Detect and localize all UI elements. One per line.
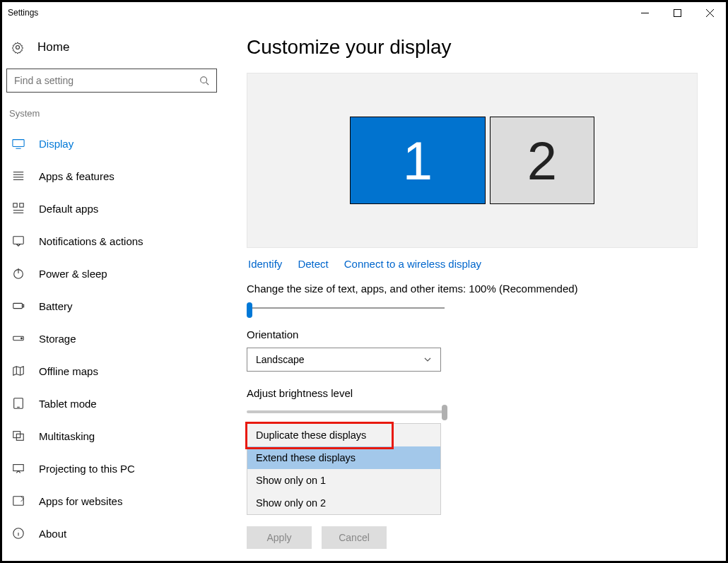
section-label: System — [6, 105, 217, 127]
svg-point-5 — [201, 77, 207, 83]
apps-features-icon — [12, 170, 25, 182]
md-option-only2[interactable]: Show only on 2 — [247, 492, 440, 514]
sidebar-item-label: Offline maps — [39, 365, 98, 377]
minimize-button[interactable] — [628, 2, 661, 23]
wireless-display-link[interactable]: Connect to a wireless display — [344, 258, 481, 270]
gear-icon — [11, 40, 25, 54]
md-option-duplicate[interactable]: Duplicate these displays — [247, 424, 440, 446]
orientation-dropdown[interactable]: Landscape — [247, 348, 441, 372]
power-icon — [12, 267, 25, 280]
svg-rect-20 — [13, 303, 23, 308]
home-label: Home — [37, 40, 69, 54]
slider-thumb[interactable] — [247, 302, 252, 318]
cancel-button[interactable]: Cancel — [322, 526, 387, 549]
body: Home System Display Apps & features — [2, 23, 726, 561]
window-title: Settings — [8, 8, 628, 18]
apps-websites-icon — [12, 494, 25, 507]
default-apps-icon — [12, 202, 25, 215]
md-option-extend[interactable]: Extend these displays — [247, 446, 440, 469]
svg-rect-14 — [20, 203, 23, 207]
chevron-down-icon — [423, 355, 432, 364]
battery-icon — [12, 300, 25, 312]
svg-rect-13 — [13, 203, 17, 207]
sidebar-item-storage[interactable]: Storage — [6, 322, 217, 355]
display-preview[interactable]: 1 2 — [247, 73, 698, 248]
svg-rect-17 — [13, 237, 23, 244]
search-field[interactable] — [14, 75, 199, 86]
svg-rect-30 — [13, 465, 23, 471]
sidebar: Home System Display Apps & features — [2, 23, 221, 561]
sidebar-item-label: Projecting to this PC — [39, 463, 135, 475]
close-icon — [706, 9, 714, 17]
sidebar-item-display[interactable]: Display — [6, 127, 217, 160]
slider-track — [247, 307, 445, 309]
sidebar-item-apps-websites[interactable]: Apps for websites — [6, 485, 217, 517]
sidebar-item-label: About — [39, 528, 66, 540]
sidebar-nav: Display Apps & features Default apps Not… — [6, 127, 217, 550]
sidebar-item-label: Notifications & actions — [39, 235, 143, 247]
preview-links: Identify Detect Connect to a wireless di… — [247, 248, 698, 283]
display-icon — [12, 137, 25, 150]
brightness-thumb[interactable] — [442, 405, 447, 420]
tablet-icon — [12, 397, 25, 410]
sidebar-item-label: Power & sleep — [39, 268, 107, 280]
projecting-icon — [12, 462, 25, 475]
sidebar-item-projecting[interactable]: Projecting to this PC — [6, 452, 217, 485]
sidebar-item-label: Default apps — [39, 203, 98, 215]
titlebar: Settings — [2, 2, 726, 23]
svg-rect-7 — [13, 140, 24, 147]
sidebar-item-battery[interactable]: Battery — [6, 290, 217, 322]
svg-point-4 — [16, 46, 20, 49]
settings-window: Settings Home — [2, 2, 726, 561]
brightness-label: Adjust brightness level — [247, 387, 698, 399]
notifications-icon — [12, 235, 25, 247]
minimize-icon — [641, 9, 649, 17]
svg-line-6 — [206, 83, 209, 85]
multi-display-dropdown[interactable]: Duplicate these displays Extend these di… — [247, 423, 441, 515]
apply-button[interactable]: Apply — [247, 526, 312, 549]
sidebar-item-power-sleep[interactable]: Power & sleep — [6, 257, 217, 290]
svg-point-23 — [21, 338, 23, 339]
storage-icon — [12, 332, 25, 345]
buttons-row: Apply Cancel — [247, 526, 698, 549]
identify-link[interactable]: Identify — [248, 258, 282, 270]
close-button[interactable] — [693, 2, 726, 23]
svg-rect-21 — [23, 304, 24, 307]
sidebar-item-tablet-mode[interactable]: Tablet mode — [6, 387, 217, 420]
sidebar-item-label: Multitasking — [39, 430, 95, 442]
md-option-only1[interactable]: Show only on 1 — [247, 469, 440, 492]
search-input[interactable] — [6, 69, 217, 93]
detect-link[interactable]: Detect — [298, 258, 328, 270]
brightness-track — [247, 410, 445, 413]
home-button[interactable]: Home — [6, 30, 217, 66]
main-content: Customize your display 1 2 Identify Dete… — [221, 23, 726, 561]
sidebar-item-about[interactable]: About — [6, 517, 217, 550]
sidebar-item-label: Tablet mode — [39, 398, 97, 410]
maximize-button[interactable] — [661, 2, 693, 23]
sidebar-item-offline-maps[interactable]: Offline maps — [6, 355, 217, 387]
orientation-value: Landscape — [256, 354, 305, 365]
sidebar-item-apps-features[interactable]: Apps & features — [6, 160, 217, 192]
titlebar-buttons — [628, 2, 726, 23]
maps-icon — [12, 365, 25, 377]
multitasking-icon — [12, 429, 25, 442]
search-icon — [199, 76, 209, 85]
sidebar-item-label: Apps for websites — [39, 495, 122, 507]
monitor-1[interactable]: 1 — [350, 117, 486, 204]
svg-rect-1 — [674, 9, 681, 16]
page-title: Customize your display — [247, 36, 698, 59]
sidebar-item-label: Display — [39, 138, 74, 150]
scale-slider[interactable] — [247, 302, 445, 314]
sidebar-item-label: Battery — [39, 300, 73, 312]
brightness-slider[interactable] — [247, 410, 445, 413]
orientation-label: Orientation — [247, 328, 698, 340]
scale-label: Change the size of text, apps, and other… — [247, 283, 698, 295]
sidebar-item-label: Storage — [39, 333, 76, 345]
maximize-icon — [674, 9, 681, 17]
sidebar-item-label: Apps & features — [39, 170, 115, 182]
sidebar-item-multitasking[interactable]: Multitasking — [6, 420, 217, 452]
sidebar-item-default-apps[interactable]: Default apps — [6, 192, 217, 225]
sidebar-item-notifications[interactable]: Notifications & actions — [6, 225, 217, 257]
monitor-2[interactable]: 2 — [490, 117, 594, 204]
about-icon — [12, 527, 25, 540]
